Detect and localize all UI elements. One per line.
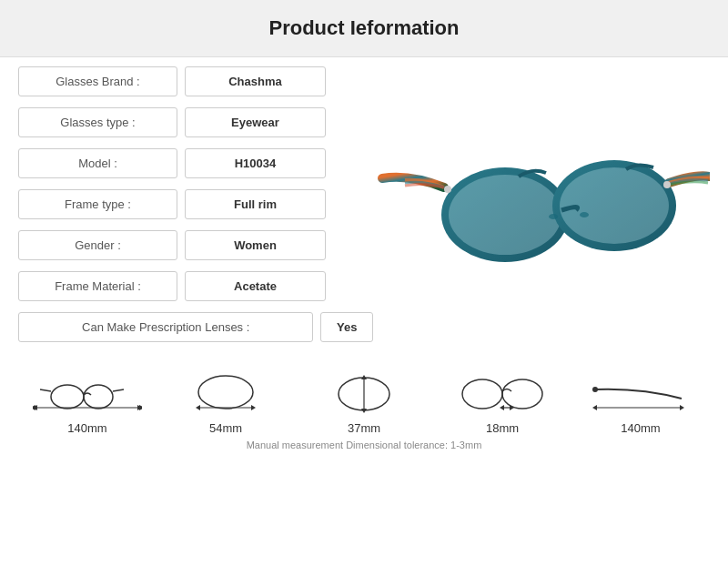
svg-point-31: [592, 387, 598, 392]
measurement-temple: 140mm: [581, 371, 700, 435]
field-value-5: Acetate: [185, 271, 326, 301]
lens-width-icon: [171, 371, 280, 417]
total-width-label: 140mm: [67, 421, 106, 435]
lens-width-label: 54mm: [209, 421, 242, 435]
measurement-lens-height: 37mm: [305, 371, 423, 435]
field-label-3: Frame type :: [18, 189, 177, 219]
field-value-4: Women: [185, 230, 326, 260]
lens-height-icon: [309, 371, 419, 417]
field-label-0: Glasses Brand :: [18, 66, 177, 96]
measurement-bridge: 18mm: [443, 371, 561, 435]
bridge-width-icon: [448, 371, 557, 417]
svg-line-12: [113, 389, 124, 391]
field-value-2: H10034: [185, 148, 326, 178]
prescription-row: Can Make Prescription Lenses :Yes: [18, 312, 373, 342]
measurement-lens-width: 54mm: [167, 371, 285, 435]
svg-point-9: [84, 385, 113, 409]
lens-height-label: 37mm: [348, 421, 380, 435]
header: Product Ieformation: [0, 0, 728, 57]
field-row-0: Glasses Brand :Chashma: [18, 66, 373, 96]
prescription-value: Yes: [320, 312, 373, 342]
measurement-total-width: 140mm: [28, 371, 147, 435]
bridge-label: 18mm: [486, 421, 519, 435]
svg-point-18: [198, 376, 253, 409]
field-row-5: Frame Material :Acetate: [18, 271, 373, 301]
svg-point-27: [502, 379, 542, 409]
field-label-4: Gender :: [18, 230, 177, 260]
field-label-2: Model :: [18, 148, 177, 178]
svg-point-7: [580, 212, 589, 217]
page-title: Product Ieformation: [0, 16, 728, 40]
svg-marker-21: [251, 405, 256, 410]
field-row-4: Gender :Women: [18, 230, 373, 260]
glasses-image: [373, 133, 710, 306]
measurements-section: 140mm 54mm 37mm: [0, 362, 728, 455]
svg-point-4: [444, 186, 451, 193]
field-row-1: Glasses type :Eyewear: [18, 107, 373, 137]
svg-marker-29: [500, 405, 504, 410]
svg-point-1: [449, 175, 561, 255]
field-label-1: Glasses type :: [18, 107, 177, 137]
field-row-3: Frame type :Full rim: [18, 189, 373, 219]
field-value-1: Eyewear: [185, 107, 326, 137]
prescription-label: Can Make Prescription Lenses :: [18, 312, 313, 342]
product-fields: Glasses Brand :ChashmaGlasses type :Eyew…: [18, 66, 373, 353]
svg-point-6: [549, 214, 558, 219]
temple-length-icon: [586, 371, 695, 417]
measurement-icons-row: 140mm 54mm 37mm: [18, 371, 710, 435]
svg-marker-33: [592, 405, 597, 410]
svg-point-8: [51, 385, 84, 409]
svg-point-5: [663, 181, 671, 188]
product-image-area: [373, 66, 710, 353]
field-value-3: Full rim: [185, 189, 326, 219]
svg-line-11: [40, 389, 51, 391]
total-width-icon: [33, 371, 142, 417]
field-value-0: Chashma: [185, 66, 326, 96]
field-label-5: Frame Material :: [18, 271, 177, 301]
field-row-2: Model :H10034: [18, 148, 373, 178]
svg-point-26: [462, 379, 502, 409]
temple-label: 140mm: [621, 421, 660, 435]
tolerance-note: Manual measurement Dimensional tolerance…: [18, 440, 710, 450]
svg-marker-34: [680, 405, 684, 410]
svg-marker-20: [196, 405, 200, 410]
